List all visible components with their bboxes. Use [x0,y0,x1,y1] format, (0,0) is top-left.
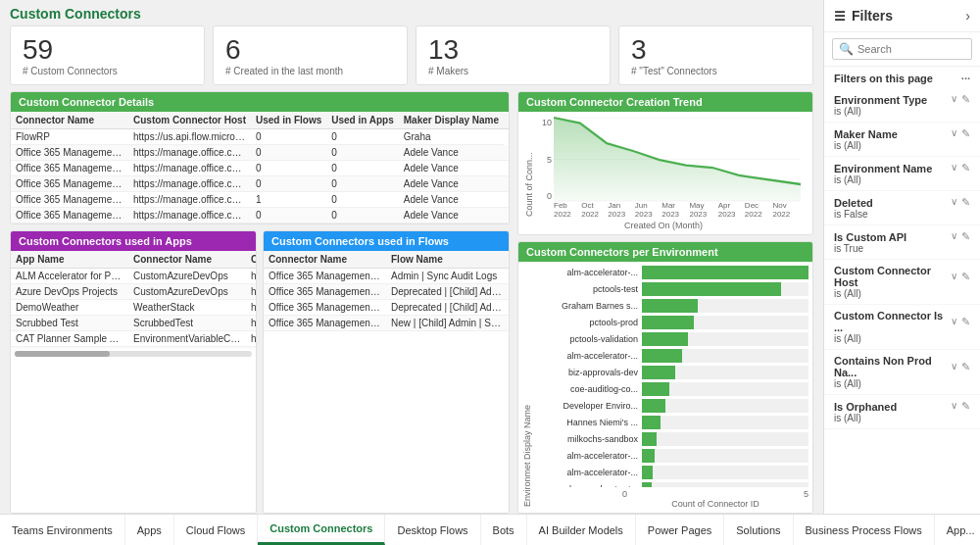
filter-item-header: Is Custom API ∨ ✎ [834,230,970,243]
table-row[interactable]: CAT Planner Sample AppEnvironmentVariabl… [11,347,256,350]
connector-details-table-scroll[interactable]: Connector Name Custom Connector Host Use… [11,112,509,223]
tab-item-custom-connectors[interactable]: Custom Connectors [258,515,385,545]
filter-item-value: is (All) [834,413,970,423]
filter-item[interactable]: Custom Connector Is ... ∨ ✎ is (All) [824,305,980,350]
connector-details-header: Custom Connector Details [11,92,509,112]
bar-fill [642,466,653,479]
tab-item-solutions[interactable]: Solutions [724,515,793,545]
tab-item-teams-environments[interactable]: Teams Environments [0,515,125,545]
filter-chevron-icon[interactable]: ∨ [951,361,957,373]
filter-chevron-icon[interactable]: ∨ [951,271,957,283]
flows-col-flow: Flow Name [386,251,509,269]
connector-flows-scroll[interactable]: Connector Name Flow Name Office 365 Mana… [264,251,509,331]
tab-item-power-pages[interactable]: Power Pages [636,515,724,545]
bottom-tabs: Teams EnvironmentsAppsCloud FlowsCustom … [0,514,980,545]
kpi-label-0: # Custom Connectors [23,66,192,76]
kpi-number-0: 59 [23,34,192,66]
bar-label: alm-accelerator-... [534,451,642,461]
search-icon: 🔍 [839,42,854,56]
filter-item-name: Is Orphaned [834,401,897,413]
search-input[interactable] [858,43,965,55]
bar-fill [642,349,682,363]
bar-label: alm-accelerator-... [534,468,642,477]
filter-edit-icon[interactable]: ✎ [961,400,970,413]
trend-svg-area [554,118,801,201]
kpi-number-1: 6 [225,34,395,66]
trend-y-10: 10 [536,118,552,127]
filter-chevron-icon[interactable]: ∨ [951,93,957,106]
bar-row: alm-accelerator-... [534,266,808,279]
filter-chevron-icon[interactable]: ∨ [951,127,957,140]
tab-item-apps[interactable]: Apps [125,515,174,545]
filter-edit-icon[interactable]: ✎ [961,93,970,106]
table-row[interactable]: Office 365 Management APIhttps://manage.… [11,161,509,176]
tab-item-bots[interactable]: Bots [481,515,527,545]
table-row[interactable]: FlowRPhttps://us.api.flow.microsoft.c om… [11,129,509,145]
tab-item-app...[interactable]: App... [935,515,980,545]
table-row[interactable]: Office 365 Management API Newhttps://man… [11,192,509,208]
filter-edit-icon[interactable]: ✎ [961,230,970,243]
bar-track [642,316,808,329]
table-row[interactable]: CAT Planner Sample AppEnvironmentVariabl… [11,331,256,347]
tab-item-desktop-flows[interactable]: Desktop Flows [385,515,480,545]
filter-edit-icon[interactable]: ✎ [961,316,970,328]
tab-item-business-process-flows[interactable]: Business Process Flows [794,515,935,545]
filter-expand-icon[interactable]: › [965,8,970,24]
table-row[interactable]: Office 365 Management APIDeprecated | [C… [264,300,509,316]
filter-item[interactable]: Contains Non Prod Na... ∨ ✎ is (All) [824,350,980,395]
kpi-label-3: # "Test" Connectors [631,66,801,76]
table-row[interactable]: Scrubbed TestScrubbedTesthtt [11,316,256,331]
filter-chevron-icon[interactable]: ∨ [951,230,957,243]
filter-item[interactable]: Environment Type ∨ ✎ is (All) [824,88,980,123]
filter-edit-icon[interactable]: ✎ [961,271,970,283]
filter-edit-icon[interactable]: ✎ [961,361,970,373]
connector-apps-table: App Name Connector Name Cu... ALM Accele… [11,251,256,349]
bar-track [642,282,808,296]
col-host: Custom Connector Host [128,112,251,129]
table-row[interactable]: Office 365 Management APIAdmin | Sync Au… [264,269,509,284]
filter-item[interactable]: Deleted ∨ ✎ is False [824,191,980,225]
bar-track [642,449,808,463]
env-chart-title: Custom Connectors per Environment [518,242,812,262]
bar-row: milkochs-sandbox [534,432,808,446]
table-row[interactable]: Office 365 Management API NewNew | [Chil… [264,316,509,331]
tab-item-cloud-flows[interactable]: Cloud Flows [174,515,259,545]
connector-apps-scroll[interactable]: App Name Connector Name Cu... ALM Accele… [11,251,256,349]
bar-fill [642,449,655,463]
table-row[interactable]: ALM Accelerator for Power PlatformCustom… [11,269,256,284]
filter-item[interactable]: Environment Name ∨ ✎ is (All) [824,157,980,191]
filter-more-icon[interactable]: ··· [961,73,970,84]
apps-scrollbar[interactable] [15,351,252,357]
filter-chevron-icon[interactable]: ∨ [951,162,957,174]
filter-item[interactable]: Maker Name ∨ ✎ is (All) [824,123,980,157]
table-row[interactable]: Office 365 Management API Newhttps://man… [11,208,509,223]
table-row[interactable]: Office 365 Management APIDeprecated | [C… [264,284,509,300]
table-row[interactable]: Azure DevOps ProjectsCustomAzureDevOpsht… [11,284,256,300]
bar-label: alm-accelerator-... [534,351,642,361]
bar-label: Graham Barnes s... [534,301,642,311]
apps-col-connector: Connector Name [128,251,246,269]
filter-edit-icon[interactable]: ✎ [961,196,970,209]
filter-chevron-icon[interactable]: ∨ [951,316,957,328]
table-row[interactable]: Office 365 Management APIhttps://manage.… [11,176,509,192]
bar-label: milkochs-sandbox [534,434,642,444]
filter-header: ☰ Filters › [824,0,980,32]
bar-fill [642,282,781,296]
filter-search-area: 🔍 [824,32,980,67]
filter-item[interactable]: Is Orphaned ∨ ✎ is (All) [824,395,980,429]
table-row[interactable]: DemoWeatherWeatherStackhtt [11,300,256,316]
table-row[interactable]: Office 365 Management APIhttps://manage.… [11,145,509,161]
kpi-card-3: 3 # "Test" Connectors [618,25,813,85]
filter-item[interactable]: Custom Connector Host ∨ ✎ is (All) [824,260,980,305]
filter-item-actions: ∨ ✎ [951,271,970,283]
filter-chevron-icon[interactable]: ∨ [951,400,957,413]
filter-item[interactable]: Is Custom API ∨ ✎ is True [824,225,980,260]
env-x-axis-label: Count of Connector ID [622,499,808,509]
tab-item-ai-builder-models[interactable]: AI Builder Models [527,515,636,545]
filter-search-box[interactable]: 🔍 [832,38,972,60]
filter-item-value: is False [834,209,970,220]
filter-chevron-icon[interactable]: ∨ [951,196,957,209]
filter-edit-icon[interactable]: ✎ [961,162,970,174]
filter-edit-icon[interactable]: ✎ [961,127,970,140]
connector-flows-table: Connector Name Flow Name Office 365 Mana… [264,251,509,331]
